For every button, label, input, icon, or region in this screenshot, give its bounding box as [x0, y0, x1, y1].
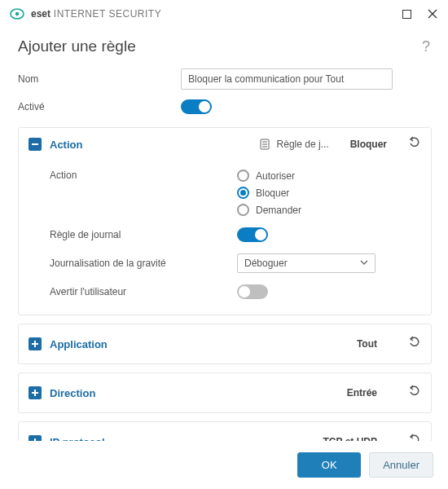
radio-block[interactable]: Bloquer	[237, 187, 301, 199]
ok-button[interactable]: OK	[297, 452, 361, 478]
section-protocol-header[interactable]: IP protocol TCP et UDP	[19, 422, 431, 441]
window-close-icon[interactable]	[424, 5, 441, 23]
section-application-title: Application	[50, 338, 108, 350]
action-field-label: Action	[50, 170, 237, 181]
warn-user-label: Avertir l'utilisateur	[50, 286, 237, 297]
section-application: Application Tout	[18, 324, 432, 364]
action-radios: Autoriser Bloquer Demander	[237, 170, 301, 216]
section-direction: Direction Entrée	[18, 372, 432, 413]
section-protocol-title: IP protocol	[50, 436, 105, 442]
footer: OK Annuler	[0, 441, 448, 489]
undo-icon[interactable]	[408, 336, 421, 352]
enabled-toggle[interactable]	[181, 99, 212, 114]
expand-icon	[29, 386, 42, 399]
section-direction-value: Entrée	[347, 387, 400, 399]
section-protocol-value: TCP et UDP	[323, 436, 400, 441]
collapse-icon	[29, 138, 42, 151]
name-label: Nom	[18, 73, 181, 85]
section-direction-title: Direction	[50, 387, 95, 399]
section-action-journal-summary: Règle de j...	[277, 139, 329, 150]
svg-point-1	[15, 12, 19, 15]
svg-rect-15	[34, 438, 36, 441]
section-direction-header[interactable]: Direction Entrée	[19, 373, 431, 412]
expand-icon	[29, 435, 42, 441]
radio-allow[interactable]: Autoriser	[237, 170, 301, 182]
page-title: Ajouter une règle	[18, 37, 136, 55]
section-protocol: IP protocol TCP et UDP	[18, 421, 432, 441]
svg-rect-13	[34, 390, 36, 396]
cancel-button[interactable]: Annuler	[369, 452, 433, 478]
severity-select[interactable]: Déboguer	[237, 253, 376, 273]
title-bar: eset INTERNET SECURITY	[0, 0, 448, 28]
content-scroll[interactable]: Nom Activé Action Règle de j... Bloquer …	[0, 60, 448, 441]
expand-icon	[29, 337, 42, 350]
section-action-title: Action	[50, 139, 82, 151]
section-application-value: Tout	[357, 338, 400, 350]
window-maximize-icon[interactable]	[397, 5, 415, 23]
undo-icon[interactable]	[408, 136, 421, 152]
eset-logo-icon	[10, 7, 24, 21]
undo-icon[interactable]	[408, 385, 421, 401]
journal-rule-toggle[interactable]	[237, 227, 268, 242]
help-icon[interactable]: ?	[422, 38, 430, 55]
page-header: Ajouter une règle ?	[0, 28, 448, 60]
svg-rect-5	[32, 143, 38, 145]
enabled-label: Activé	[18, 101, 181, 112]
section-action-header[interactable]: Action Règle de j... Bloquer	[19, 128, 431, 161]
journal-icon	[259, 139, 270, 150]
section-action-summary: Bloquer	[350, 139, 387, 150]
radio-ask[interactable]: Demander	[237, 204, 301, 216]
warn-user-toggle[interactable]	[237, 284, 268, 299]
rule-name-input[interactable]	[181, 68, 393, 90]
journal-rule-label: Règle de journal	[50, 229, 237, 240]
brand-text: eset INTERNET SECURITY	[31, 8, 161, 20]
chevron-down-icon	[360, 258, 368, 269]
section-action: Action Règle de j... Bloquer Action Auto…	[18, 127, 432, 315]
severity-label: Journalisation de la gravité	[50, 258, 237, 269]
section-application-header[interactable]: Application Tout	[19, 324, 431, 363]
svg-rect-2	[402, 10, 411, 18]
undo-icon[interactable]	[408, 434, 421, 441]
svg-rect-11	[34, 341, 36, 347]
